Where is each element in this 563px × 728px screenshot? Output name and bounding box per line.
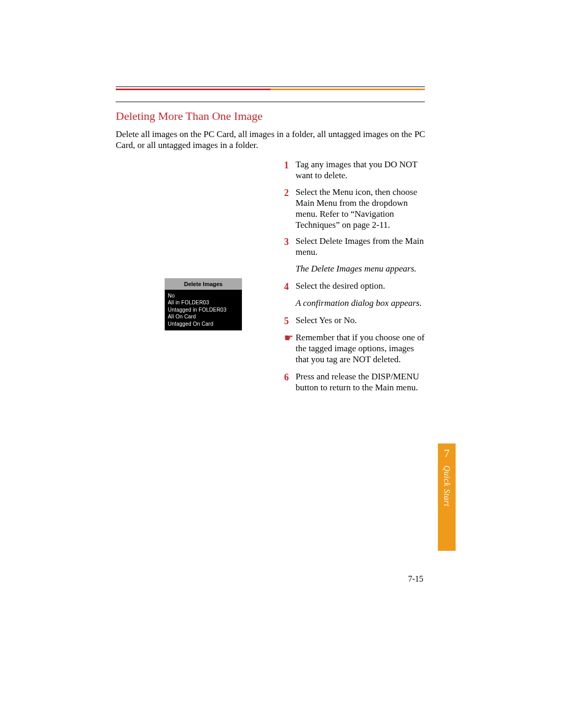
- note-emph: NOT: [353, 354, 371, 364]
- step-1-emph: DO NOT: [384, 159, 418, 169]
- step-1-a: Tag any images that you: [296, 159, 384, 169]
- step-1-c: want to delete.: [296, 170, 348, 180]
- step-text: Select the Menu icon, then choose Main M…: [296, 187, 426, 231]
- chapter-tab: 7 Quick Start: [438, 443, 456, 551]
- step-4-result: A confirmation dialog box appears.: [296, 298, 426, 309]
- step-number: 4: [284, 281, 296, 292]
- pointer-icon: ☛: [284, 332, 296, 365]
- menu-option: No: [168, 292, 239, 300]
- delete-images-menu-screenshot: Delete Images No All in FOLDER03 Untagge…: [165, 278, 242, 330]
- menu-option: All in FOLDER03: [168, 299, 239, 306]
- header-rule-orange: [271, 89, 425, 90]
- intro-paragraph: Delete all images on the PC Card, all im…: [116, 129, 426, 151]
- menu-option: Untagged in FOLDER03: [168, 306, 239, 314]
- note: ☛ Remember that if you choose one of the…: [284, 332, 426, 365]
- menu-options: No All in FOLDER03 Untagged in FOLDER03 …: [165, 290, 242, 331]
- step-number: 6: [284, 372, 296, 393]
- step-2: 2 Select the Menu icon, then choose Main…: [284, 187, 426, 231]
- manual-page: Deleting More Than One Image Delete all …: [0, 0, 563, 728]
- menu-option: All On Card: [168, 313, 239, 320]
- step-3: 3 Select Delete Images from the Main men…: [284, 236, 426, 258]
- chapter-label: Quick Start: [442, 465, 451, 507]
- step-1: 1 Tag any images that you DO NOT want to…: [284, 159, 426, 181]
- step-number: 2: [284, 187, 296, 231]
- step-number: 1: [284, 159, 296, 181]
- step-text: Tag any images that you DO NOT want to d…: [296, 159, 426, 181]
- step-text: Select Yes or No.: [296, 315, 426, 327]
- header-rules: [116, 87, 425, 102]
- step-text: Select Delete Images from the Main menu.: [296, 236, 426, 258]
- step-3-result: The Delete Images menu appears.: [296, 264, 426, 275]
- page-number: 7-15: [408, 574, 423, 584]
- header-color-rule: [116, 89, 425, 90]
- step-6: 6 Press and release the DISP/MENU button…: [284, 372, 426, 393]
- step-number: 5: [284, 315, 296, 327]
- step-text: Press and release the DISP/MENU button t…: [296, 372, 426, 393]
- header-bottom-rule: [116, 102, 425, 102]
- chapter-number: 7: [444, 447, 450, 460]
- menu-option: Untagged On Card: [168, 320, 239, 328]
- step-list: 1 Tag any images that you DO NOT want to…: [284, 159, 426, 399]
- header-top-rule: [116, 87, 425, 87]
- step-4: 4 Select the desired option.: [284, 281, 426, 292]
- section-heading: Deleting More Than One Image: [116, 109, 263, 123]
- header-rule-red: [116, 89, 271, 90]
- note-c: deleted.: [371, 354, 401, 364]
- menu-title: Delete Images: [165, 278, 242, 290]
- step-5: 5 Select Yes or No.: [284, 315, 426, 327]
- step-number: 3: [284, 236, 296, 258]
- note-text: Remember that if you choose one of the t…: [296, 332, 426, 365]
- step-text: Select the desired option.: [296, 281, 426, 292]
